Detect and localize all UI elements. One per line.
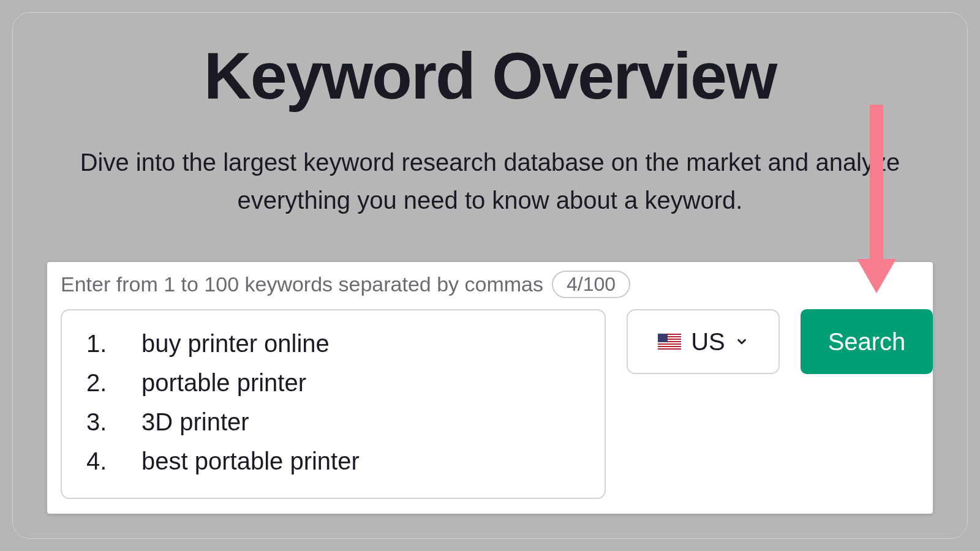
header-area: Keyword Overview Dive into the largest k… — [13, 13, 967, 219]
country-label: US — [691, 328, 725, 356]
keyword-index: 4. — [80, 441, 141, 481]
page-subtitle: Dive into the largest keyword research d… — [13, 143, 967, 219]
us-flag-icon — [658, 334, 681, 350]
search-card: Enter from 1 to 100 keywords separated b… — [47, 262, 933, 514]
keyword-text: 3D printer — [141, 402, 249, 441]
keyword-line: 4. best portable printer — [80, 441, 586, 481]
keyword-input[interactable]: 1. buy printer online 2. portable printe… — [61, 309, 606, 499]
keyword-line: 3. 3D printer — [80, 402, 586, 441]
keyword-count-badge: 4/100 — [552, 271, 630, 298]
country-select[interactable]: US — [627, 309, 780, 374]
keyword-text: best portable printer — [141, 441, 360, 481]
search-button[interactable]: Search — [801, 309, 933, 374]
helper-text: Enter from 1 to 100 keywords separated b… — [61, 272, 543, 296]
keyword-text: portable printer — [141, 363, 306, 402]
keyword-index: 3. — [80, 402, 141, 441]
input-row: 1. buy printer online 2. portable printe… — [61, 309, 919, 499]
keyword-overview-panel: Keyword Overview Dive into the largest k… — [12, 12, 968, 539]
helper-row: Enter from 1 to 100 keywords separated b… — [61, 271, 919, 298]
keyword-line: 1. buy printer online — [80, 324, 586, 363]
chevron-down-icon — [735, 335, 748, 348]
keyword-text: buy printer online — [141, 324, 330, 363]
keyword-index: 1. — [80, 324, 141, 363]
page-title: Keyword Overview — [13, 37, 967, 114]
keyword-line: 2. portable printer — [80, 363, 586, 402]
keyword-index: 2. — [80, 363, 141, 402]
